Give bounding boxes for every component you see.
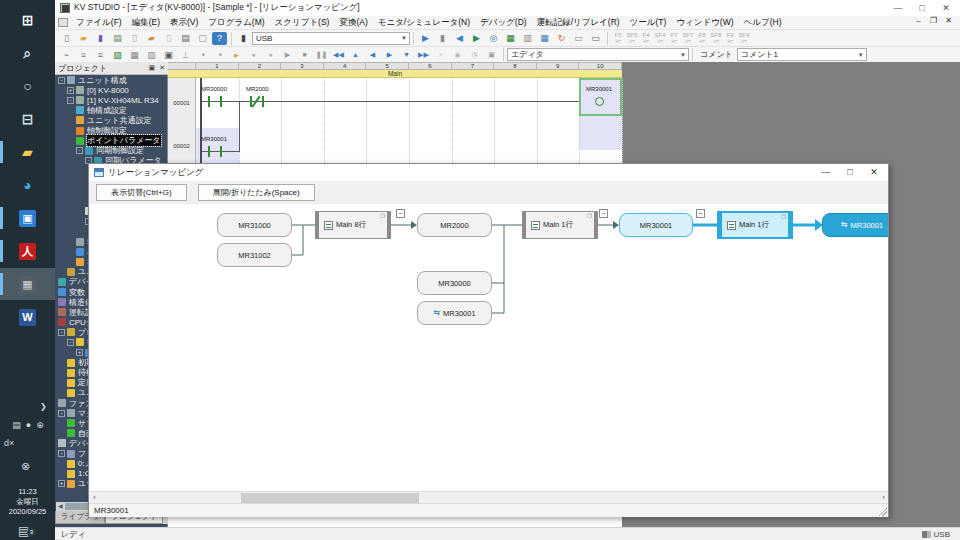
relation-map-canvas[interactable]: − − − MR31000 MR31002 Main 8行 ❐ MR2000 M… [90,204,888,491]
comment-combo[interactable]: コメント1 ▼ [737,48,867,61]
tree-expand-icon[interactable]: - [58,410,65,417]
ladder-fkey-sf9[interactable]: SF9⫞⫟ [737,32,751,44]
start-button[interactable]: ⊞ [0,4,55,36]
device-icon[interactable]: ▣ [161,48,176,61]
notification-icon[interactable]: ▤ 3 [18,521,29,539]
node-mr30001-path[interactable]: MR30001 [619,213,693,237]
mdi-restore-button[interactable]: ❐ [926,16,941,25]
tray-chevron-icon[interactable]: ❯ [40,402,47,411]
menu-item-11[interactable]: ヘルプ(H) [739,17,787,29]
mnemonic-icon[interactable]: ▥ [144,48,159,61]
taskbar-clock[interactable]: 11:23 金曜日 2020/09/25 [0,487,55,517]
edge-icon[interactable]: ◕ [0,169,55,201]
mute-tray-icon[interactable]: d× [4,438,14,448]
step-up-icon[interactable]: ▲ [348,48,363,61]
editor-mode-combo[interactable]: エディタ ▼ [507,48,689,61]
onedrive-tray-icon[interactable]: ⊗ [21,460,30,473]
ladder-fkey-f4[interactable]: F4⫞⫟ [639,32,653,44]
maximize-button[interactable]: □ [910,0,934,16]
tree-item-5[interactable]: 軸制御設定 [55,125,168,135]
menu-item-2[interactable]: 表示(V) [165,17,203,29]
tree-expand-icon[interactable]: - [58,450,65,457]
tree-item-7[interactable]: -同期制御設定 [55,146,168,156]
close-button[interactable]: ✕ [934,0,958,16]
record-icon[interactable]: ● [246,48,261,61]
ladder-fkey-f5[interactable]: F5⫞⫟ [611,32,625,44]
jump-icon[interactable]: ＞ [433,48,448,61]
dialog-close-button[interactable]: ✕ [862,164,886,180]
collapse-box-icon[interactable]: − [396,209,405,218]
ladder-fkey-f7[interactable]: F7⫞⫟ [667,32,681,44]
word-icon[interactable]: W [0,301,55,333]
contact-label[interactable]: MR30001 [201,136,227,142]
transfer-to-plc-icon[interactable]: ▶ [418,32,433,45]
menu-item-10[interactable]: ウィンドウ(W) [671,17,738,29]
ladder-cell-highlight[interactable] [196,128,239,163]
help-icon[interactable]: ? [212,32,227,45]
tree-expand-icon[interactable]: - [67,97,74,104]
collapse-box-icon[interactable]: − [696,209,705,218]
tree-expand-icon[interactable]: - [58,77,65,84]
menu-item-9[interactable]: ツール(T) [625,17,672,29]
ladder-fkey-sf7[interactable]: SF7⫞⫟ [681,32,695,44]
step-down-icon[interactable]: ▼ [399,48,414,61]
search-icon[interactable]: ⌕ [0,37,55,69]
pin-icon[interactable]: ▣ [149,64,156,72]
menu-item-0[interactable]: ファイル(F) [71,17,127,29]
menu-item-7[interactable]: デバッグ(D) [475,17,532,29]
monitor-icon[interactable]: ◎ [486,32,501,45]
dialog-hscrollbar[interactable]: ‹ › [90,491,888,503]
read-from-plc-icon[interactable]: ◀ [452,32,467,45]
watch1-icon[interactable]: ◔ [195,48,210,61]
list1-icon[interactable]: ≡ [76,48,91,61]
capture-icon[interactable]: ▣ [484,48,499,61]
menu-item-8[interactable]: 運転記録/リプレイ(R) [532,17,625,29]
node-mr30001-loop[interactable]: ⇆ MR30001 [417,301,492,325]
scroll-thumb[interactable] [241,493,419,503]
toggle-display-button[interactable]: 表示切替(Ctrl+G) [96,184,187,201]
acrobat-icon[interactable]: 人 [0,235,55,267]
network-tray-icon[interactable]: ⊕ [36,420,44,430]
node-mr30001-selected[interactable]: ⇆ MR30001 [822,213,888,237]
ladder-view-icon[interactable]: ▦ [127,48,142,61]
stop-icon[interactable]: ■ [297,48,312,61]
sync-icon[interactable]: ◉ [450,48,465,61]
node-mr31002[interactable]: MR31002 [217,243,292,267]
list2-icon[interactable]: ≡ [93,48,108,61]
node-mr2000[interactable]: MR2000 [417,213,492,237]
new-file-icon[interactable]: ▯ [59,32,74,45]
tree-item-2[interactable]: -[1] KV-XH04ML R34 [55,95,168,105]
pause-icon[interactable]: ❚❚ [314,48,329,61]
watch2-icon[interactable]: ◔ [212,48,227,61]
device-tray-icon[interactable]: ▤ [12,420,21,430]
save-icon[interactable]: ▮ [93,32,108,45]
node-mr31000[interactable]: MR31000 [217,213,292,237]
tree-item-4[interactable]: ユニット共通設定 [55,115,168,125]
collapse-box-icon[interactable]: − [599,209,608,218]
import-icon[interactable]: ▤ [110,32,125,45]
pointer-icon[interactable]: ⌁ [59,48,74,61]
node-main-8[interactable]: Main 8行 ❐ [315,211,391,239]
print-icon[interactable]: ▤ [178,32,193,45]
tree-expand-icon[interactable]: + [58,480,65,487]
menu-item-5[interactable]: 変換(A) [334,17,372,29]
dialog-minimize-button[interactable]: — [814,164,838,180]
ladder-fkey-sf5[interactable]: SF5⫞⫟ [625,32,639,44]
tree-item-6[interactable]: ポイントパラメータ [55,136,168,146]
tree-expand-icon[interactable]: + [76,349,83,356]
grid-icon[interactable]: ▦ [537,32,552,45]
task-view-icon[interactable]: ⊟ [0,103,55,135]
mdi-minimize-button[interactable]: – [911,16,926,25]
timer-icon[interactable]: ◷ [467,48,482,61]
refresh-icon[interactable]: ↻ [554,32,569,45]
flag-icon[interactable]: ▸ [229,48,244,61]
record2-icon[interactable]: ● [263,48,278,61]
simulator-icon[interactable]: ▥ [520,32,535,45]
minimize-button[interactable]: — [886,0,910,16]
tree-expand-icon[interactable]: - [76,147,83,154]
kv-studio-icon[interactable]: ▦ [0,268,55,300]
node-main-1b[interactable]: Main 1行 ❐ [717,211,793,239]
contact-label[interactable]: MR30000 [201,86,227,92]
contact-label[interactable]: MR2000 [246,86,269,92]
copy-icon[interactable]: ▯ [127,32,142,45]
